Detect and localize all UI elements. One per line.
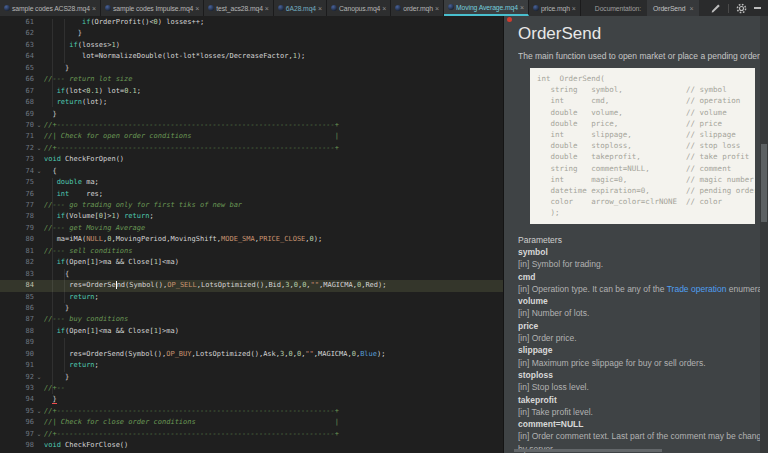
code-line[interactable]: 93//+-- <box>0 383 503 394</box>
code-line[interactable]: 71//| Check for open order conditions | <box>0 131 503 142</box>
param-description: [in] Order comment text. Last part of th… <box>518 430 760 442</box>
code-line[interactable]: 68 return(lot); <box>0 97 503 108</box>
doc-title: OrderSend <box>518 24 760 44</box>
horizontal-scrollbar-thumb[interactable] <box>514 449 662 452</box>
editor-tab[interactable]: sample codes Impulse.mq4× <box>101 0 204 16</box>
code-text: } <box>44 109 503 120</box>
code-line[interactable]: 91 return; <box>0 360 503 371</box>
code-token: res=OrderSend(Symbol(), <box>44 350 166 358</box>
line-number: 76 <box>0 189 34 200</box>
pencil-icon[interactable] <box>711 3 721 13</box>
editor-tab[interactable]: price.mqh× <box>529 0 581 16</box>
fold-icon[interactable]: ⌄ <box>34 120 44 131</box>
editor-tab[interactable]: order.mqh× <box>391 0 444 16</box>
code-line[interactable]: 89 <box>0 337 503 348</box>
line-number: 82 <box>0 257 34 268</box>
code-line[interactable]: 61 if(OrderProfit()<0) losses++; <box>0 17 503 28</box>
code-text: } <box>44 28 503 39</box>
tab-close-icon[interactable]: × <box>382 5 386 12</box>
code-line[interactable]: 97⌄//+----------------------------------… <box>0 429 503 440</box>
line-number: 62 <box>0 28 34 39</box>
code-line[interactable]: 67 if(lot<0.1) lot=0.1; <box>0 86 503 97</box>
editor-tab[interactable]: 6A28.mq4× <box>274 0 327 16</box>
code-line[interactable]: 69 } <box>0 109 503 120</box>
tab-close-icon[interactable]: × <box>572 5 576 12</box>
code-token: ma; <box>82 178 99 186</box>
editor-tab[interactable]: sample codes ACS28.mq4× <box>0 0 101 16</box>
tab-close-icon[interactable]: × <box>265 5 269 12</box>
code-line[interactable]: 78 if(Volume[0]>1) return; <box>0 211 503 222</box>
code-token: ; <box>95 361 99 369</box>
param-description-text: [in] Stop loss level. <box>518 382 589 392</box>
code-line[interactable]: 76 int res; <box>0 189 503 200</box>
param-description: [in] Maximum price slippage for buy or s… <box>518 357 760 369</box>
code-line[interactable]: 86 } <box>0 303 503 314</box>
code-line[interactable]: 88 if(Open[1]<ma && Close[1]>ma) <box>0 326 503 337</box>
line-number: 67 <box>0 86 34 97</box>
tab-close-icon[interactable]: × <box>195 5 199 12</box>
code-line[interactable]: 65 } <box>0 63 503 74</box>
code-line[interactable]: 96//| Check for close order conditions | <box>0 417 503 428</box>
code-line[interactable]: 92⌄ } <box>0 372 503 383</box>
editor-tab[interactable]: test_acs28.mq4× <box>204 0 274 16</box>
doc-tab-ordersend[interactable]: OrderSend × <box>647 0 699 16</box>
code-line[interactable]: 77//--- go trading only for first tiks o… <box>0 200 503 211</box>
tab-close-icon[interactable]: × <box>520 4 524 11</box>
fold-gutter <box>34 109 44 120</box>
signature-line: double stoploss, // stop loss <box>537 140 755 151</box>
code-token: lot=NormalizeDouble(lot-lot*losses/Decre… <box>44 52 293 60</box>
line-number: 73 <box>0 154 34 165</box>
code-line[interactable]: 80 ma=iMA(NULL,0,MovingPeriod,MovingShif… <box>0 234 503 245</box>
editor-tab[interactable]: Moving Average.mq4× <box>444 0 529 16</box>
tab-close-icon[interactable]: × <box>435 5 439 12</box>
editor-tab[interactable]: Canopus.mq4× <box>327 0 391 16</box>
line-number: 85 <box>0 292 34 303</box>
fold-gutter <box>34 234 44 245</box>
code-line[interactable]: 64 lot=NormalizeDouble(lot-lot*losses/De… <box>0 51 503 62</box>
code-line[interactable]: 83 { <box>0 269 503 280</box>
code-line[interactable]: 70⌄//+----------------------------------… <box>0 120 503 131</box>
vertical-scrollbar-thumb[interactable] <box>761 144 767 222</box>
documentation-panel: OrderSend The main function used to open… <box>504 16 760 453</box>
param-name: symbol <box>518 246 760 258</box>
code-token: MODE_SMA <box>221 235 255 243</box>
code-token: } <box>44 64 69 72</box>
line-number: 72 <box>0 143 34 154</box>
code-line[interactable]: 85 return; <box>0 292 503 303</box>
tab-close-icon[interactable]: × <box>318 5 322 12</box>
fold-icon[interactable]: ⌄ <box>34 143 44 154</box>
code-line[interactable]: 90 res=OrderSend(Symbol(),OP_BUY,LotsOpt… <box>0 349 503 360</box>
code-line[interactable]: 79//--- get Moving Average <box>0 223 503 234</box>
fold-icon[interactable]: ⌄ <box>34 372 44 383</box>
code-line[interactable]: 62 } <box>0 28 503 39</box>
code-line[interactable]: 87//--- buy conditions <box>0 314 503 325</box>
code-line[interactable]: 95⌄//+----------------------------------… <box>0 406 503 417</box>
code-text: return; <box>44 292 503 303</box>
code-line[interactable]: 84 res=OrderSend(Symbol(),OP_SELL,LotsOp… <box>0 280 503 291</box>
code-token <box>44 327 57 335</box>
fold-icon[interactable]: ⌄ <box>34 406 44 417</box>
tab-close-icon[interactable]: × <box>689 5 693 12</box>
gear-icon[interactable] <box>736 3 747 14</box>
code-line[interactable]: 74⌄ { <box>0 166 503 177</box>
code-editor[interactable]: 61 if(OrderProfit()<0) losses++;62 }63 i… <box>0 16 503 453</box>
tab-close-icon[interactable]: × <box>92 5 96 12</box>
code-line[interactable]: 98void CheckForClose() <box>0 440 503 451</box>
code-text: void CheckForOpen() <box>44 154 503 165</box>
code-line[interactable]: 75 double ma; <box>0 177 503 188</box>
param-description: [in] Stop loss level. <box>518 381 760 393</box>
code-token: ) lot= <box>99 87 124 95</box>
code-line[interactable]: 72⌄//+----------------------------------… <box>0 143 503 154</box>
code-line[interactable]: 66//--- return lot size <box>0 74 503 85</box>
code-line[interactable]: 81//--- sell conditions <box>0 246 503 257</box>
code-line[interactable]: 94 } <box>0 394 503 405</box>
mql-file-icon <box>208 5 214 11</box>
code-line[interactable]: 63 if(losses>1) <box>0 40 503 51</box>
fold-icon[interactable]: ⌄ <box>34 429 44 440</box>
code-line[interactable]: 82 if(Open[1]>ma && Close[1]<ma) <box>0 257 503 268</box>
fold-icon[interactable]: ⌄ <box>34 166 44 177</box>
code-token: ; <box>149 212 153 220</box>
code-line[interactable]: 73void CheckForOpen() <box>0 154 503 165</box>
trade-operation-link[interactable]: Trade operation <box>667 284 727 294</box>
minimize-icon[interactable] <box>754 7 761 9</box>
